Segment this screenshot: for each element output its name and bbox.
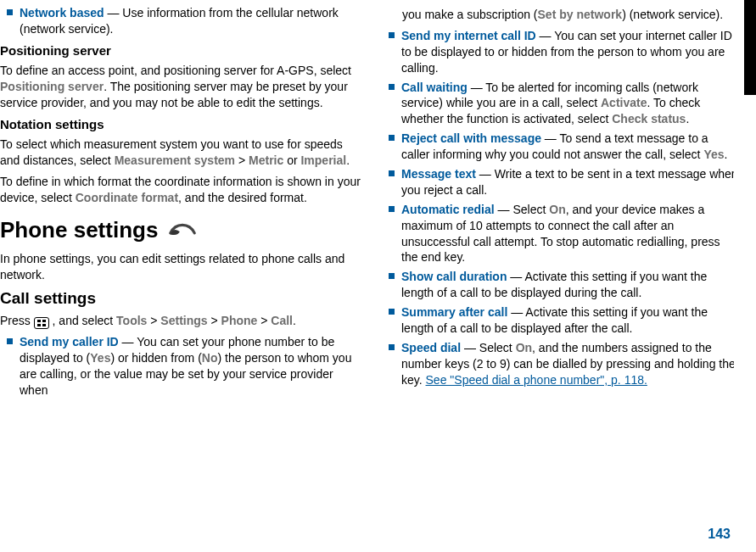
text: . (346, 153, 350, 167)
svg-rect-1 (42, 320, 46, 322)
bullet-icon (389, 273, 395, 279)
term: Network based (20, 6, 104, 20)
term: Yes (90, 351, 110, 365)
text: , and select (49, 314, 116, 327)
term: No (202, 351, 218, 365)
page-number: 143 (708, 525, 731, 544)
bullet-icon (7, 338, 13, 344)
bullet-text: Network based — Use information from the… (20, 5, 361, 37)
bullet-text: Send my internet call ID — You can set y… (401, 28, 738, 76)
bullet-summary-after-call: Summary after call — Activate this setti… (382, 304, 738, 337)
term: Call (271, 314, 293, 327)
term: Metric (249, 153, 283, 167)
text: To define an access point, and positioni… (0, 64, 351, 77)
term: Phone (221, 314, 258, 327)
bullet-show-call-duration: Show call duration — Activate this setti… (382, 269, 738, 301)
text: ) or hidden from ( (110, 351, 201, 365)
bullet-text: Speed dial — Select On, and the numbers … (401, 340, 738, 388)
side-tab: Settings (734, 0, 756, 552)
term: Send my caller ID (20, 335, 119, 348)
term: Reject call with message (401, 131, 541, 145)
bullet-text: Summary after call — Activate this setti… (401, 304, 738, 337)
term: Yes (703, 148, 724, 161)
text: — Select (461, 341, 516, 354)
text: . (686, 112, 689, 125)
right-column: you make a subscription (Set by network)… (382, 0, 738, 402)
term: Activate (601, 96, 647, 109)
bullet-icon (389, 84, 395, 90)
svg-rect-0 (37, 320, 41, 322)
continuation-text: you make a subscription (Set by network)… (382, 7, 738, 23)
para-measurement: To select which measurement system you w… (0, 137, 361, 169)
term: On (549, 203, 565, 216)
bullet-send-internet-call-id: Send my internet call ID — You can set y… (382, 28, 738, 76)
heading-positioning-server: Positioning server (0, 42, 361, 59)
term: Imperial (300, 153, 346, 167)
term: Speed dial (401, 341, 461, 354)
term: Settings (160, 314, 207, 327)
svg-rect-2 (37, 324, 41, 326)
speed-dial-link[interactable]: See "Speed dial a phone number", p. 118. (426, 373, 647, 387)
side-tab-marker (744, 0, 756, 95)
bullet-text: Show call duration — Activate this setti… (401, 269, 738, 301)
bullet-network-based: Network based — Use information from the… (0, 5, 361, 37)
text: — Select (495, 203, 550, 216)
bullet-text: Message text — Write a text to be sent i… (401, 166, 738, 198)
text: , and the desired format. (178, 191, 307, 204)
heading-call-settings: Call settings (0, 287, 361, 309)
bullet-text: Send my caller ID — You can set your pho… (20, 334, 361, 399)
svg-rect-3 (42, 324, 46, 326)
bullet-text: Automatic redial — Select On, and your d… (401, 202, 738, 266)
bullet-automatic-redial: Automatic redial — Select On, and your d… (382, 202, 738, 266)
text: Press (0, 314, 34, 327)
text: you make a subscription ( (402, 8, 538, 21)
bullet-icon (389, 309, 395, 315)
bullet-speed-dial: Speed dial — Select On, and the numbers … (382, 340, 738, 388)
bullet-send-caller-id: Send my caller ID — You can set your pho… (0, 334, 361, 399)
term: Automatic redial (401, 203, 495, 216)
bullet-icon (389, 32, 395, 38)
menu-key-icon (34, 317, 49, 329)
text: > (235, 153, 249, 167)
bullet-message-text: Message text — Write a text to be sent i… (382, 166, 738, 198)
term: On (516, 341, 532, 354)
term: Call waiting (401, 81, 468, 94)
term: Summary after call (401, 305, 507, 319)
bullet-reject-with-message: Reject call with message — To send a tex… (382, 131, 738, 163)
text: > (208, 314, 221, 327)
text: > (147, 314, 160, 327)
text: or (283, 153, 300, 167)
term: Send my internet call ID (401, 29, 536, 42)
para-coordinate-format: To define in which format the coordinate… (0, 174, 361, 206)
term: Set by network (538, 8, 623, 21)
heading-phone-settings: Phone settings (0, 215, 361, 246)
bullet-text: Call waiting — To be alerted for incomin… (401, 80, 738, 128)
bullet-call-waiting: Call waiting — To be alerted for incomin… (382, 80, 738, 128)
term: Measurement system (115, 153, 235, 167)
term: Check status (612, 112, 686, 125)
bullet-icon (389, 170, 395, 176)
bullet-text: Reject call with message — To send a tex… (401, 131, 738, 163)
text: . (293, 314, 296, 327)
term: Message text (401, 167, 476, 181)
bullet-icon (7, 9, 13, 15)
bullet-icon (389, 344, 395, 350)
text: ) (network service). (622, 8, 723, 21)
bullet-icon (389, 206, 395, 212)
term: Show call duration (401, 270, 507, 283)
phone-icon (166, 215, 199, 246)
term: Positioning server (0, 80, 104, 93)
term: Coordinate format (76, 191, 178, 204)
page-content: Network based — Use information from the… (0, 0, 756, 402)
left-column: Network based — Use information from the… (0, 0, 361, 402)
text: > (257, 314, 271, 327)
para-phone-intro: In phone settings, you can edit settings… (0, 251, 361, 283)
para-positioning-server: To define an access point, and positioni… (0, 63, 361, 111)
term: Tools (116, 314, 147, 327)
heading-text: Phone settings (0, 215, 158, 245)
bullet-icon (389, 135, 395, 141)
para-press-path: Press , and select Tools > Settings > Ph… (0, 313, 361, 329)
heading-notation-settings: Notation settings (0, 116, 361, 133)
text: . (725, 148, 728, 161)
